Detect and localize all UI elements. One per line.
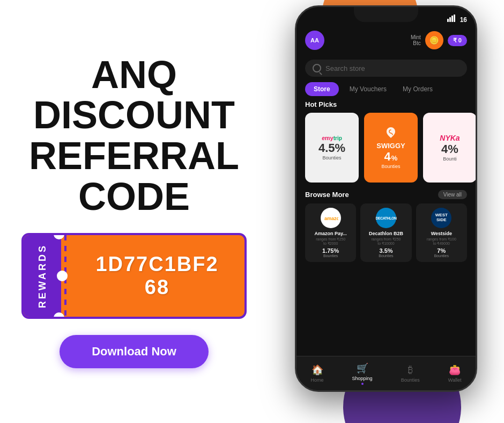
svg-rect-3 (454, 14, 455, 22)
decathlon-name: Decathlon B2B (369, 231, 403, 236)
amazon-bounties: Bounties (323, 254, 338, 258)
svg-rect-1 (449, 17, 451, 22)
main-title: ANQ DISCOUNT REFERRAL CODE (29, 55, 239, 217)
westside-name: Westside (431, 231, 452, 236)
home-icon: 🏠 (312, 364, 323, 376)
decathlon-icon: DECATHLON (376, 208, 396, 228)
coupon-code: 1D77C1BF268 (95, 253, 218, 299)
mytrip-logo: emytrip (322, 135, 342, 141)
westside-range: ranges from ₹100to ₹49000 (427, 237, 456, 246)
nav-wallet-label: Wallet (448, 377, 462, 383)
decathlon-bounties: Bounties (379, 254, 393, 258)
amazon-icon: amazon (321, 208, 341, 228)
westside-bounties: Bounties (434, 254, 449, 258)
swiggy-percent: 4 (384, 150, 391, 164)
download-button[interactable]: Download Now (60, 335, 209, 368)
view-all-button[interactable]: View all (438, 190, 467, 199)
shopping-icon: 🛒 (357, 362, 368, 374)
nav-home[interactable]: 🏠 Home (311, 364, 324, 383)
browse-grid: amazon Amazon Pay... ranges from ₹250to … (297, 203, 476, 262)
nav-shopping[interactable]: 🛒 Shopping (352, 362, 373, 385)
app-header: AA Mint Btc 🪙 ₹ 0 (297, 26, 476, 54)
active-dot (361, 383, 364, 385)
nav-bounties[interactable]: ₿ Bounties (401, 364, 420, 383)
nykaa-percent: 4% (441, 142, 458, 156)
coupon-wrapper: REWARDS 1D77C1BF268 (21, 233, 247, 319)
nykaa-logo: NYKa (440, 134, 459, 142)
phone-notch (354, 7, 418, 22)
left-panel: ANQ DISCOUNT REFERRAL CODE REWARDS 1D77C… (0, 0, 268, 423)
nav-wallet[interactable]: 👛 Wallet (448, 364, 462, 383)
store-tabs: Store My Vouchers My Orders (297, 82, 476, 96)
tab-my-vouchers[interactable]: My Vouchers (344, 82, 392, 96)
bottom-nav: 🏠 Home 🛒 Shopping ₿ Bounties 👛 Wallet (297, 356, 476, 390)
mytrip-bounties: Bounties (322, 155, 341, 161)
browse-card-amazon[interactable]: amazon Amazon Pay... ranges from ₹250to … (305, 203, 356, 262)
search-placeholder: Search store (325, 64, 365, 72)
phone-outer: 16 AA Mint Btc 🪙 ₹ 0 (295, 5, 477, 392)
header-right: Mint Btc 🪙 ₹ 0 (411, 31, 467, 49)
user-avatar[interactable]: AA (305, 31, 324, 50)
bounties-icon: ₿ (408, 364, 413, 376)
swiggy-bounties: Bounties (381, 164, 400, 169)
coupon-ticket: REWARDS 1D77C1BF268 (21, 233, 247, 319)
nav-shopping-label: Shopping (352, 376, 373, 381)
decathlon-range: ranges from ₹250to ₹10000 (372, 237, 401, 246)
coupon-tab-text: REWARDS (37, 244, 48, 308)
nav-bounties-label: Bounties (401, 377, 420, 383)
hot-picks-title: Hot Picks (297, 100, 476, 113)
balance-badge: ₹ 0 (448, 35, 467, 46)
coupon-tab: REWARDS (24, 235, 61, 317)
coin-avatar: 🪙 (425, 31, 443, 49)
coupon-code-area: 1D77C1BF268 (70, 235, 244, 317)
phone-screen: 16 AA Mint Btc 🪙 ₹ 0 (297, 7, 476, 390)
westside-percent: 7% (437, 247, 446, 254)
svg-rect-0 (447, 19, 449, 22)
amazon-name: Amazon Pay... (314, 231, 346, 236)
mytrip-percent: 4.5% (318, 141, 345, 155)
hot-pick-swiggy[interactable]: SWIGGY 4 % Bounties (364, 113, 418, 183)
mint-btc-label: Mint Btc (411, 34, 421, 46)
nav-home-label: Home (311, 377, 324, 383)
amazon-range: ranges from ₹250to ₹2000 (316, 237, 345, 246)
tab-my-orders[interactable]: My Orders (397, 82, 438, 96)
svg-text:amazon: amazon (324, 216, 338, 221)
tab-store[interactable]: Store (305, 82, 339, 96)
swiggy-logo (386, 126, 396, 142)
hot-pick-nykaa[interactable]: NYKa 4% Bounti (423, 113, 476, 183)
decathlon-percent: 3.5% (379, 247, 392, 254)
browse-card-westside[interactable]: WESTSIDE Westside ranges from ₹100to ₹49… (416, 203, 467, 262)
phone-mockup: 16 AA Mint Btc 🪙 ₹ 0 (279, 5, 493, 418)
search-bar[interactable]: Search store (305, 60, 467, 77)
nykaa-bounties: Bounti (443, 156, 457, 162)
svg-rect-2 (451, 16, 453, 22)
browse-more-title: Browse More (305, 191, 349, 199)
hot-picks-scroll: emytrip 4.5% Bounties SWIGGY 4 % (297, 113, 476, 183)
browse-more-header: Browse More View all (297, 190, 476, 203)
wallet-icon: 👛 (449, 364, 461, 376)
signal-indicator: 16 (447, 14, 467, 24)
hot-pick-mytrip[interactable]: emytrip 4.5% Bounties (305, 113, 359, 183)
swiggy-label: SWIGGY (376, 142, 405, 150)
westside-icon: WESTSIDE (431, 208, 451, 228)
search-icon (313, 64, 321, 72)
amazon-percent: 1.75% (322, 247, 339, 254)
browse-card-decathlon[interactable]: DECATHLON Decathlon B2B ranges from ₹250… (360, 203, 411, 262)
